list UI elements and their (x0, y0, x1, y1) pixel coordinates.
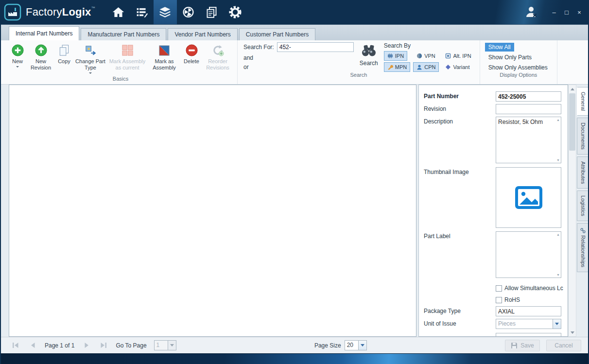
properties-side-tabs: General Documents Attributes Logistics R… (576, 85, 589, 337)
save-icon (511, 342, 518, 349)
planning-icon[interactable] (130, 0, 154, 24)
toggle-cpn[interactable]: CPN (413, 62, 439, 72)
maximize-button[interactable]: □ (562, 7, 572, 17)
toggle-variant[interactable]: Variant (442, 62, 473, 72)
go-to-page-value: 1 (155, 341, 168, 350)
basics-group-label: Basics (4, 76, 237, 84)
thumbnail-image-label: Thumbnail Image (424, 167, 496, 228)
new-button[interactable]: New (8, 43, 27, 69)
toggle-alt-ipn[interactable]: Alt. IPN (442, 51, 474, 61)
description-field[interactable]: Resistor, 5k Ohm ▲ ▼ (496, 117, 561, 163)
window-bottom-frame (0, 353, 589, 364)
production-icon[interactable] (177, 0, 200, 24)
revision-field[interactable] (496, 104, 561, 114)
properties-scrollbar[interactable] (568, 85, 576, 337)
toggle-mpn[interactable]: MPN (384, 62, 410, 72)
copy-button[interactable]: Copy (55, 43, 73, 65)
toggle-ipn[interactable]: IPN (384, 51, 407, 61)
allow-simultaneous-checkbox[interactable] (496, 285, 502, 292)
toggle-mpn-label: MPN (395, 64, 407, 70)
page-size-select[interactable]: 20 (345, 340, 367, 350)
rohs-checkbox[interactable] (496, 297, 502, 303)
search-input[interactable] (277, 42, 354, 52)
cpn-icon (416, 64, 422, 70)
toggle-alt-ipn-label: Alt. IPN (453, 53, 471, 59)
ribbon-group-search: Search For: and or (238, 40, 480, 84)
search-by-label: Search By (384, 42, 475, 49)
side-tab-logistics[interactable]: Logistics (577, 191, 589, 221)
next-page-icon[interactable] (82, 341, 91, 350)
package-type-field[interactable] (496, 306, 561, 316)
display-option-show-only-parts[interactable]: Show Only Parts (485, 53, 535, 62)
chevron-down-icon[interactable] (358, 341, 366, 350)
scroll-up-icon[interactable]: ▲ (556, 233, 560, 236)
toggle-vpn[interactable]: VPN (413, 51, 439, 61)
reorder-revisions-icon (211, 43, 225, 57)
binoculars-icon (361, 43, 377, 58)
go-to-page-select[interactable]: 1 (154, 340, 176, 350)
side-tab-general[interactable]: General (577, 87, 589, 116)
new-label: New (12, 58, 23, 65)
clipped-field[interactable] (496, 333, 561, 337)
settings-icon[interactable] (224, 0, 247, 24)
minimize-button[interactable]: – (549, 7, 559, 17)
delete-button[interactable]: Delete (181, 43, 202, 65)
reorder-revisions-button[interactable]: Reorder Revisions (203, 43, 233, 71)
mpn-icon (387, 64, 393, 70)
tab-manufacturer-part-numbers[interactable]: Manufacturer Part Numbers (81, 28, 166, 40)
part-label-field[interactable]: ▲ ▼ (496, 231, 561, 278)
display-option-show-all[interactable]: Show All (485, 43, 514, 52)
home-icon[interactable] (107, 0, 130, 24)
copy-icon (58, 43, 70, 57)
part-number-field[interactable] (496, 91, 561, 102)
new-revision-button[interactable]: New Revision (28, 43, 54, 71)
toggle-vpn-label: VPN (424, 53, 435, 59)
scroll-down-icon[interactable]: ▼ (556, 158, 560, 162)
side-tab-logistics-label: Logistics (580, 195, 586, 216)
mark-as-assembly-button[interactable]: Mark as Assembly (148, 43, 180, 71)
change-part-type-label: Change Part Type (75, 58, 105, 71)
tab-internal-part-numbers[interactable]: Internal Part Numbers (9, 26, 79, 40)
scrollbar-up-icon[interactable] (569, 86, 575, 92)
reorder-revisions-label: Reorder Revisions (204, 58, 232, 71)
scroll-up-icon[interactable]: ▲ (556, 118, 560, 121)
ipn-icon (387, 53, 393, 59)
mark-assembly-as-current-button[interactable]: Mark Assembly as current (107, 43, 147, 71)
close-button[interactable]: × (574, 7, 584, 17)
save-label: Save (520, 342, 534, 349)
side-tab-documents[interactable]: Documents (577, 118, 589, 155)
search-for-label: Search For: (243, 44, 274, 51)
side-tab-relationships[interactable]: Relationships (577, 223, 589, 272)
chevron-down-icon[interactable] (168, 341, 176, 350)
part-list-area[interactable] (9, 85, 416, 337)
side-tab-attributes[interactable]: Attributes (577, 156, 589, 189)
documents-icon[interactable] (200, 0, 224, 24)
search-button[interactable]: Search (360, 43, 378, 72)
thumbnail-image-box[interactable] (496, 167, 561, 228)
app-window: FactoryLogix™ (0, 0, 589, 364)
page-size-control: Page Size 20 (314, 340, 367, 350)
cancel-button[interactable]: Cancel (546, 340, 581, 351)
chevron-down-icon (16, 66, 19, 69)
toggle-variant-label: Variant (453, 64, 469, 70)
user-account-icon[interactable] (525, 5, 538, 19)
window-controls: – □ × (525, 5, 589, 19)
clipped-row-label (424, 333, 496, 337)
tab-vendor-part-numbers[interactable]: Vendor Part Numbers (168, 28, 237, 40)
first-page-icon[interactable] (11, 341, 20, 350)
change-part-type-button[interactable]: Change Part Type (74, 43, 106, 75)
scrollbar-thumb[interactable] (569, 93, 575, 151)
tab-customer-part-numbers[interactable]: Customer Part Numbers (239, 28, 315, 40)
last-page-icon[interactable] (99, 341, 108, 350)
description-label: Description (424, 117, 496, 163)
parts-icon[interactable] (154, 0, 177, 24)
chevron-down-icon[interactable] (553, 319, 561, 329)
scrollbar-down-icon[interactable] (569, 329, 575, 336)
unit-of-issue-select[interactable]: Pieces (496, 319, 561, 329)
previous-page-icon[interactable] (28, 341, 37, 350)
display-option-show-only-assemblies[interactable]: Show Only Assemblies (485, 63, 551, 72)
part-properties-panel: Part Number Revision Description Resisto… (418, 85, 568, 337)
save-button[interactable]: Save (505, 340, 540, 351)
scroll-down-icon[interactable]: ▼ (556, 273, 560, 277)
unit-of-issue-label: Unit of Issue (424, 319, 496, 329)
